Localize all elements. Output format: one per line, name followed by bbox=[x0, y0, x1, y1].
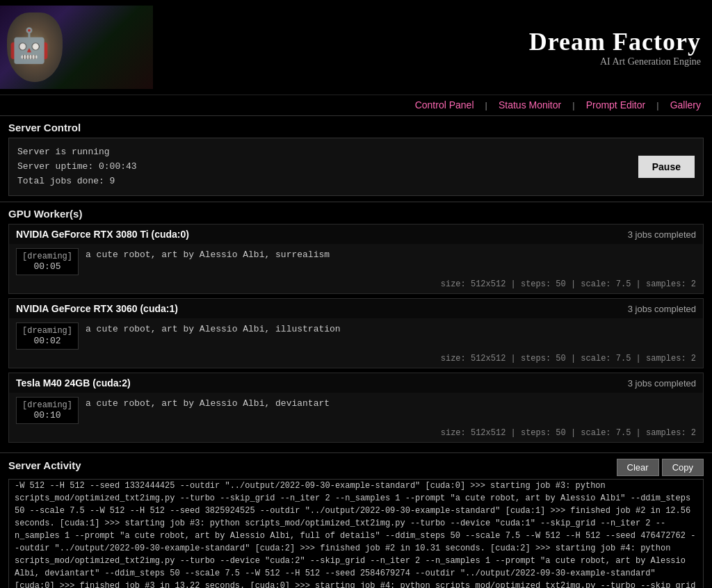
pause-button[interactable]: Pause bbox=[638, 156, 695, 178]
gpu-worker-2-name: Tesla M40 24GB (cuda:2) bbox=[16, 377, 131, 389]
gpu-worker-0-time: 00:05 bbox=[34, 261, 61, 272]
server-status-text: Server is running Server uptime: 0:00:43… bbox=[17, 145, 137, 188]
gpu-worker-1-name: NVIDIA GeForce RTX 3060 (cuda:1) bbox=[16, 303, 178, 314]
activity-title: Server Activity bbox=[8, 459, 81, 471]
activity-buttons: Clear Copy bbox=[617, 459, 704, 476]
activity-section: Server Activity Clear Copy [cuda:0] >>> … bbox=[0, 453, 712, 588]
header-title: Dream Factory AI Art Generation Engine bbox=[529, 27, 701, 67]
nav-status-monitor[interactable]: Status Monitor bbox=[499, 99, 561, 111]
server-status-line2: Server uptime: 0:00:43 bbox=[17, 160, 137, 174]
nav-sep-2: | bbox=[571, 101, 582, 111]
nav-control-panel[interactable]: Control Panel bbox=[415, 99, 474, 111]
gpu-worker-0-prompt: a cute robot, art by Alessio Albi, surre… bbox=[86, 248, 696, 260]
header: Dream Factory AI Art Generation Engine bbox=[0, 0, 712, 95]
gpu-worker-2-prompt: a cute robot, art by Alessio Albi, devia… bbox=[86, 397, 696, 409]
app-subtitle: AI Art Generation Engine bbox=[529, 56, 701, 67]
nav-bar: Control Panel | Status Monitor | Prompt … bbox=[0, 95, 712, 116]
logo-image bbox=[0, 6, 153, 89]
gpu-worker-0-header: NVIDIA GeForce RTX 3080 Ti (cuda:0) 3 jo… bbox=[9, 224, 703, 244]
gpu-worker-1-dreaming: [dreaming] 00:02 bbox=[16, 322, 79, 350]
gpu-worker-1-footer: size: 512x512 | steps: 50 | scale: 7.5 |… bbox=[9, 352, 703, 368]
gpu-worker-0-dreaming-label: [dreaming] bbox=[22, 252, 72, 261]
gpu-worker-2-dreaming: [dreaming] 00:10 bbox=[16, 397, 79, 424]
gpu-worker-0-jobs: 3 jobs completed bbox=[628, 229, 696, 240]
gpu-worker-0: NVIDIA GeForce RTX 3080 Ti (cuda:0) 3 jo… bbox=[8, 224, 704, 294]
nav-prompt-editor[interactable]: Prompt Editor bbox=[586, 99, 646, 111]
gpu-worker-2: Tesla M40 24GB (cuda:2) 3 jobs completed… bbox=[8, 373, 704, 443]
gpu-worker-0-footer: size: 512x512 | steps: 50 | scale: 7.5 |… bbox=[9, 278, 703, 293]
server-control-title: Server Control bbox=[8, 122, 704, 133]
server-control-section: Server Control Server is running Server … bbox=[0, 116, 712, 202]
gpu-worker-0-dreaming: [dreaming] 00:05 bbox=[16, 248, 79, 275]
server-status-box: Server is running Server uptime: 0:00:43… bbox=[8, 138, 704, 196]
gpu-worker-1-jobs: 3 jobs completed bbox=[628, 304, 696, 314]
header-logo bbox=[0, 6, 153, 89]
gpu-worker-1: NVIDIA GeForce RTX 3060 (cuda:1) 3 jobs … bbox=[8, 298, 704, 368]
gpu-worker-1-dreaming-label: [dreaming] bbox=[22, 326, 72, 336]
gpu-worker-2-jobs: 3 jobs completed bbox=[628, 378, 696, 389]
app-title: Dream Factory bbox=[529, 27, 701, 56]
server-status-line3: Total jobs done: 9 bbox=[17, 174, 137, 189]
gpu-worker-2-header: Tesla M40 24GB (cuda:2) 3 jobs completed bbox=[9, 373, 703, 393]
activity-log[interactable]: [cuda:0] >>> finished job #1 in 12.32 se… bbox=[8, 479, 704, 588]
gpu-worker-1-body: [dreaming] 00:02 a cute robot, art by Al… bbox=[9, 318, 703, 352]
nav-sep-1: | bbox=[483, 101, 494, 111]
gpu-worker-2-body: [dreaming] 00:10 a cute robot, art by Al… bbox=[9, 393, 703, 427]
copy-button[interactable]: Copy bbox=[662, 459, 704, 476]
nav-gallery[interactable]: Gallery bbox=[670, 99, 701, 111]
activity-header: Server Activity Clear Copy bbox=[0, 453, 712, 479]
gpu-worker-2-time: 00:10 bbox=[34, 410, 61, 420]
gpu-worker-0-name: NVIDIA GeForce RTX 3080 Ti (cuda:0) bbox=[16, 229, 189, 240]
gpu-worker-2-dreaming-label: [dreaming] bbox=[22, 400, 72, 410]
gpu-section-title: GPU Worker(s) bbox=[8, 208, 704, 220]
gpu-worker-1-header: NVIDIA GeForce RTX 3060 (cuda:1) 3 jobs … bbox=[9, 299, 703, 318]
gpu-section: GPU Worker(s) NVIDIA GeForce RTX 3080 Ti… bbox=[0, 202, 712, 453]
nav-sep-3: | bbox=[655, 101, 666, 111]
server-status-line1: Server is running bbox=[17, 145, 137, 160]
gpu-worker-1-time: 00:02 bbox=[34, 336, 61, 346]
gpu-worker-1-prompt: a cute robot, art by Alessio Albi, illus… bbox=[86, 322, 696, 334]
clear-button[interactable]: Clear bbox=[617, 459, 659, 476]
gpu-worker-0-body: [dreaming] 00:05 a cute robot, art by Al… bbox=[9, 244, 703, 278]
gpu-worker-2-footer: size: 512x512 | steps: 50 | scale: 7.5 |… bbox=[9, 427, 703, 442]
